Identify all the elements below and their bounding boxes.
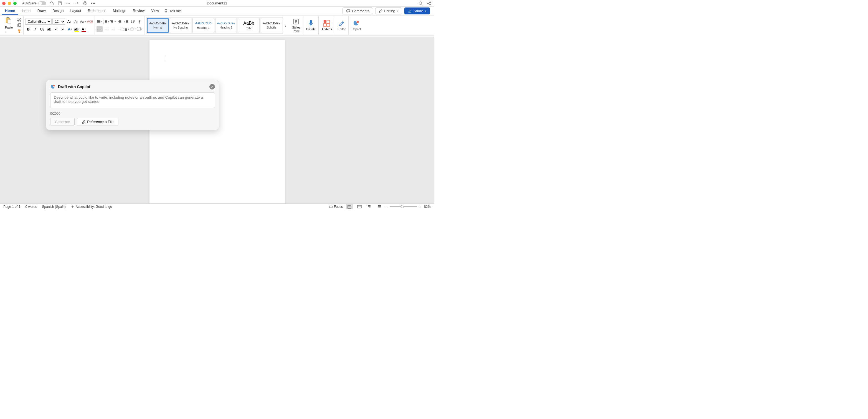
grow-font-icon[interactable]: A▴ xyxy=(66,19,72,25)
status-right: Focus − + 82% xyxy=(329,204,431,209)
clipboard-side xyxy=(17,17,22,34)
zoom-out-icon[interactable]: − xyxy=(386,204,388,209)
sort-icon[interactable] xyxy=(130,19,136,25)
search-icon[interactable] xyxy=(418,1,423,5)
focus-mode[interactable]: Focus xyxy=(329,205,343,209)
strike-button[interactable]: ab xyxy=(46,26,52,32)
text-effects-button[interactable]: A▾ xyxy=(67,26,73,32)
line-spacing-icon[interactable]: ▾ xyxy=(123,26,129,32)
align-right-button[interactable] xyxy=(110,26,116,32)
align-left-button[interactable] xyxy=(96,26,103,32)
subscript-button[interactable]: x2 xyxy=(53,26,59,32)
underline-button[interactable]: U▾ xyxy=(39,26,45,32)
style-subtitle[interactable]: AaBbCcDdEeSubtitle xyxy=(261,18,282,33)
draft-view[interactable] xyxy=(376,204,383,209)
change-case-icon[interactable]: Aa▾ xyxy=(80,19,86,25)
tell-me[interactable]: Tell me xyxy=(164,9,181,13)
maximize-window[interactable] xyxy=(13,2,17,5)
justify-button[interactable] xyxy=(117,26,123,32)
autosave-toggle[interactable]: AutoSave xyxy=(22,1,46,5)
share-button[interactable]: Share ▾ xyxy=(404,7,430,14)
editing-button[interactable]: Editing ▾ xyxy=(375,7,402,14)
print-icon[interactable] xyxy=(83,1,87,5)
document-title[interactable]: Document11 xyxy=(207,1,227,5)
zoom-slider[interactable]: − + xyxy=(386,204,421,209)
tab-insert[interactable]: Insert xyxy=(18,7,34,15)
text-cursor xyxy=(166,57,166,61)
redo-icon[interactable] xyxy=(74,1,79,5)
tab-references[interactable]: References xyxy=(85,7,110,15)
tab-review[interactable]: Review xyxy=(129,7,148,15)
tab-view[interactable]: View xyxy=(148,7,162,15)
style-normal[interactable]: AaBbCcDdEeNormal xyxy=(147,18,168,33)
page-indicator[interactable]: Page 1 of 1 xyxy=(3,205,20,209)
tab-design[interactable]: Design xyxy=(49,7,67,15)
svg-point-7 xyxy=(430,4,431,5)
tab-layout[interactable]: Layout xyxy=(67,7,84,15)
align-center-button[interactable] xyxy=(103,26,109,32)
style-heading-2[interactable]: AaBbCcDdEeHeading 2 xyxy=(215,18,237,33)
cut-icon[interactable] xyxy=(17,17,22,22)
language-indicator[interactable]: Spanish (Spain) xyxy=(42,205,65,209)
shrink-font-icon[interactable]: A▾ xyxy=(73,19,79,25)
format-painter-icon[interactable] xyxy=(17,29,22,34)
reference-file-button[interactable]: Reference a File xyxy=(77,118,118,126)
pilcrow-icon[interactable]: ¶ xyxy=(136,19,143,25)
slider-thumb[interactable] xyxy=(401,205,404,208)
font-size-select[interactable]: 12 xyxy=(53,19,65,25)
superscript-button[interactable]: x2 xyxy=(60,26,66,32)
zoom-in-icon[interactable]: + xyxy=(419,204,421,209)
outline-view[interactable] xyxy=(366,204,373,209)
style-heading-1[interactable]: AaBbCcDdHeading 1 xyxy=(192,18,214,33)
comments-label: Comments xyxy=(352,9,369,13)
tab-mailings[interactable]: Mailings xyxy=(110,7,129,15)
paste-button[interactable]: Paste ▾ xyxy=(3,17,15,35)
font-name-select[interactable]: Calibri (Bo... xyxy=(25,19,52,25)
style-no-spacing[interactable]: AaBbCcDdEeNo Spacing xyxy=(170,18,191,33)
accessibility-status[interactable]: Accessibility: Good to go xyxy=(71,205,112,209)
generate-button[interactable]: Generate xyxy=(50,118,74,126)
bullets-icon[interactable]: ▾ xyxy=(96,19,103,25)
font-color-button[interactable]: A▾ xyxy=(81,26,87,32)
svg-rect-0 xyxy=(58,2,62,5)
multilevel-icon[interactable]: ▾ xyxy=(110,19,116,25)
copilot-button[interactable]: Copilot xyxy=(349,16,364,35)
borders-icon[interactable]: ▾ xyxy=(136,26,143,32)
save-icon[interactable] xyxy=(58,1,62,5)
decrease-indent-icon[interactable] xyxy=(117,19,123,25)
copilot-textarea[interactable] xyxy=(50,92,215,108)
addins-button[interactable]: Add-ins xyxy=(319,16,335,35)
zoom-level[interactable]: 82% xyxy=(424,205,431,209)
increase-indent-icon[interactable] xyxy=(123,19,129,25)
word-count[interactable]: 0 words xyxy=(25,205,37,209)
bold-button[interactable]: B xyxy=(25,26,31,32)
close-window[interactable] xyxy=(2,2,5,5)
web-layout-view[interactable] xyxy=(356,204,363,209)
more-icon[interactable]: ••• xyxy=(91,1,95,5)
style-title[interactable]: AaBbTitle xyxy=(238,18,259,33)
numbering-icon[interactable]: 123▾ xyxy=(103,19,109,25)
toggle-icon[interactable] xyxy=(38,1,46,5)
styles-more-icon[interactable]: › xyxy=(284,23,287,28)
print-layout-view[interactable] xyxy=(346,204,353,209)
styles-pane-button[interactable]: Styles Pane xyxy=(289,16,303,35)
highlight-button[interactable]: ab▾ xyxy=(74,26,80,32)
italic-button[interactable]: I xyxy=(32,26,38,32)
comments-button[interactable]: Comments xyxy=(342,7,373,14)
autosave-label: AutoSave xyxy=(22,1,37,5)
tab-home[interactable]: Home xyxy=(2,7,18,15)
minimize-window[interactable] xyxy=(8,2,11,5)
slider-track[interactable] xyxy=(390,206,417,207)
clear-format-icon[interactable]: A⌫ xyxy=(87,19,93,25)
copy-icon[interactable] xyxy=(17,23,22,28)
undo-icon[interactable]: ▾ xyxy=(66,1,70,5)
tab-draw[interactable]: Draw xyxy=(34,7,49,15)
home-icon[interactable] xyxy=(49,1,54,5)
shading-icon[interactable]: ▾ xyxy=(130,26,136,32)
chevron-down-icon: ▾ xyxy=(5,31,7,34)
dictate-button[interactable]: Dictate xyxy=(303,16,319,35)
chevron-down-icon: ▾ xyxy=(425,10,427,12)
copilot-close-button[interactable]: ✕ xyxy=(209,84,215,90)
share-titlebar-icon[interactable] xyxy=(427,1,431,5)
editor-button[interactable]: Editor xyxy=(335,16,349,35)
